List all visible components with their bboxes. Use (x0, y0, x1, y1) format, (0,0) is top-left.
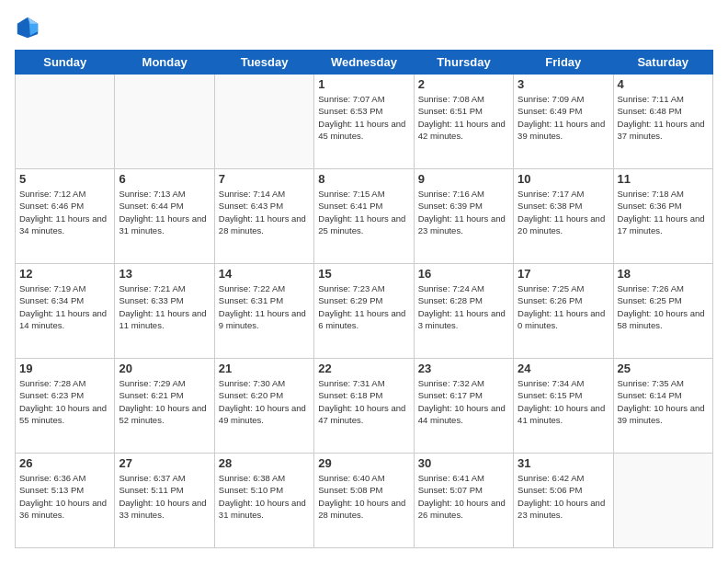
day-info: Sunrise: 6:36 AM Sunset: 5:13 PM Dayligh… (19, 472, 110, 521)
day-number: 20 (119, 362, 210, 375)
day-info: Sunrise: 6:41 AM Sunset: 5:07 PM Dayligh… (418, 472, 509, 521)
calendar-table: SundayMondayTuesdayWednesdayThursdayFrid… (15, 50, 713, 548)
weekday-header-monday: Monday (115, 51, 214, 75)
day-info: Sunrise: 7:08 AM Sunset: 6:51 PM Dayligh… (418, 93, 509, 142)
calendar-cell: 13Sunrise: 7:21 AM Sunset: 6:33 PM Dayli… (115, 264, 214, 359)
calendar-cell: 26Sunrise: 6:36 AM Sunset: 5:13 PM Dayli… (16, 454, 115, 548)
day-number: 8 (318, 172, 409, 186)
day-info: Sunrise: 7:25 AM Sunset: 6:26 PM Dayligh… (518, 282, 609, 331)
day-info: Sunrise: 7:26 AM Sunset: 6:25 PM Dayligh… (618, 282, 709, 331)
day-info: Sunrise: 7:23 AM Sunset: 6:29 PM Dayligh… (318, 282, 409, 331)
week-row-2: 12Sunrise: 7:19 AM Sunset: 6:34 PM Dayli… (16, 264, 713, 359)
day-info: Sunrise: 7:17 AM Sunset: 6:38 PM Dayligh… (518, 188, 609, 236)
weekday-header-sunday: Sunday (16, 51, 115, 75)
calendar-cell: 25Sunrise: 7:35 AM Sunset: 6:14 PM Dayli… (613, 359, 712, 454)
day-info: Sunrise: 7:18 AM Sunset: 6:36 PM Dayligh… (618, 188, 709, 236)
calendar-cell: 9Sunrise: 7:16 AM Sunset: 6:39 PM Daylig… (414, 169, 513, 264)
day-info: Sunrise: 7:32 AM Sunset: 6:17 PM Dayligh… (418, 377, 509, 426)
day-info: Sunrise: 7:28 AM Sunset: 6:23 PM Dayligh… (19, 377, 110, 426)
day-info: Sunrise: 7:35 AM Sunset: 6:14 PM Dayligh… (618, 377, 709, 426)
day-info: Sunrise: 6:42 AM Sunset: 5:06 PM Dayligh… (518, 472, 609, 521)
day-number: 3 (518, 77, 609, 91)
calendar-cell: 2Sunrise: 7:08 AM Sunset: 6:51 PM Daylig… (414, 75, 513, 169)
calendar-cell: 31Sunrise: 6:42 AM Sunset: 5:06 PM Dayli… (514, 454, 613, 548)
day-number: 24 (518, 362, 609, 375)
day-info: Sunrise: 7:22 AM Sunset: 6:31 PM Dayligh… (219, 282, 310, 331)
calendar-cell: 22Sunrise: 7:31 AM Sunset: 6:18 PM Dayli… (314, 359, 414, 454)
day-info: Sunrise: 7:21 AM Sunset: 6:33 PM Dayligh… (119, 282, 210, 331)
day-number: 27 (119, 456, 210, 470)
page: SundayMondayTuesdayWednesdayThursdayFrid… (0, 0, 728, 563)
calendar-cell: 8Sunrise: 7:15 AM Sunset: 6:41 PM Daylig… (314, 169, 414, 264)
day-info: Sunrise: 7:34 AM Sunset: 6:15 PM Dayligh… (518, 377, 609, 426)
day-number: 11 (618, 172, 709, 186)
day-number: 19 (19, 362, 110, 375)
calendar-cell: 3Sunrise: 7:09 AM Sunset: 6:49 PM Daylig… (514, 75, 613, 169)
day-number: 5 (19, 172, 110, 186)
calendar-cell: 17Sunrise: 7:25 AM Sunset: 6:26 PM Dayli… (514, 264, 613, 359)
calendar-cell: 20Sunrise: 7:29 AM Sunset: 6:21 PM Dayli… (115, 359, 214, 454)
calendar-cell (16, 75, 115, 169)
calendar-cell: 6Sunrise: 7:13 AM Sunset: 6:44 PM Daylig… (115, 169, 214, 264)
calendar-cell: 24Sunrise: 7:34 AM Sunset: 6:15 PM Dayli… (514, 359, 613, 454)
day-info: Sunrise: 6:38 AM Sunset: 5:10 PM Dayligh… (219, 472, 310, 521)
day-info: Sunrise: 7:09 AM Sunset: 6:49 PM Dayligh… (518, 93, 609, 142)
day-number: 29 (318, 456, 409, 470)
day-info: Sunrise: 7:24 AM Sunset: 6:28 PM Dayligh… (418, 282, 509, 331)
week-row-4: 26Sunrise: 6:36 AM Sunset: 5:13 PM Dayli… (16, 454, 713, 548)
day-info: Sunrise: 7:31 AM Sunset: 6:18 PM Dayligh… (318, 377, 409, 426)
calendar-cell: 10Sunrise: 7:17 AM Sunset: 6:38 PM Dayli… (514, 169, 613, 264)
calendar-cell: 21Sunrise: 7:30 AM Sunset: 6:20 PM Dayli… (214, 359, 313, 454)
week-row-3: 19Sunrise: 7:28 AM Sunset: 6:23 PM Dayli… (16, 359, 713, 454)
day-number: 25 (618, 362, 709, 375)
weekday-header-saturday: Saturday (613, 51, 712, 75)
calendar-cell: 5Sunrise: 7:12 AM Sunset: 6:46 PM Daylig… (16, 169, 115, 264)
day-number: 18 (618, 267, 709, 281)
day-number: 30 (418, 456, 509, 470)
day-number: 22 (318, 362, 409, 375)
day-number: 15 (318, 267, 409, 281)
day-info: Sunrise: 7:12 AM Sunset: 6:46 PM Dayligh… (19, 188, 110, 236)
day-info: Sunrise: 6:37 AM Sunset: 5:11 PM Dayligh… (119, 472, 210, 521)
calendar-cell: 16Sunrise: 7:24 AM Sunset: 6:28 PM Dayli… (414, 264, 513, 359)
day-number: 9 (418, 172, 509, 186)
calendar-cell: 4Sunrise: 7:11 AM Sunset: 6:48 PM Daylig… (613, 75, 712, 169)
day-info: Sunrise: 7:29 AM Sunset: 6:21 PM Dayligh… (119, 377, 210, 426)
weekday-header-thursday: Thursday (414, 51, 513, 75)
calendar-cell: 29Sunrise: 6:40 AM Sunset: 5:08 PM Dayli… (314, 454, 414, 548)
day-info: Sunrise: 7:15 AM Sunset: 6:41 PM Dayligh… (318, 188, 409, 236)
day-number: 17 (518, 267, 609, 281)
calendar-cell: 15Sunrise: 7:23 AM Sunset: 6:29 PM Dayli… (314, 264, 414, 359)
day-number: 1 (318, 77, 409, 91)
day-info: Sunrise: 7:11 AM Sunset: 6:48 PM Dayligh… (618, 93, 709, 142)
calendar-cell: 19Sunrise: 7:28 AM Sunset: 6:23 PM Dayli… (16, 359, 115, 454)
day-number: 12 (19, 267, 110, 281)
day-info: Sunrise: 7:30 AM Sunset: 6:20 PM Dayligh… (219, 377, 310, 426)
weekday-header-row: SundayMondayTuesdayWednesdayThursdayFrid… (16, 51, 713, 75)
day-info: Sunrise: 7:13 AM Sunset: 6:44 PM Dayligh… (119, 188, 210, 236)
calendar-cell: 12Sunrise: 7:19 AM Sunset: 6:34 PM Dayli… (16, 264, 115, 359)
day-info: Sunrise: 7:16 AM Sunset: 6:39 PM Dayligh… (418, 188, 509, 236)
day-number: 7 (219, 172, 310, 186)
calendar-cell: 14Sunrise: 7:22 AM Sunset: 6:31 PM Dayli… (214, 264, 313, 359)
day-number: 31 (518, 456, 609, 470)
day-number: 10 (518, 172, 609, 186)
weekday-header-tuesday: Tuesday (214, 51, 313, 75)
day-number: 6 (119, 172, 210, 186)
day-info: Sunrise: 7:14 AM Sunset: 6:43 PM Dayligh… (219, 188, 310, 236)
calendar-cell: 23Sunrise: 7:32 AM Sunset: 6:17 PM Dayli… (414, 359, 513, 454)
day-number: 23 (418, 362, 509, 375)
weekday-header-friday: Friday (514, 51, 613, 75)
calendar-cell: 27Sunrise: 6:37 AM Sunset: 5:11 PM Dayli… (115, 454, 214, 548)
day-info: Sunrise: 7:07 AM Sunset: 6:53 PM Dayligh… (318, 93, 409, 142)
calendar-cell: 7Sunrise: 7:14 AM Sunset: 6:43 PM Daylig… (214, 169, 313, 264)
day-number: 13 (119, 267, 210, 281)
logo-icon (15, 15, 40, 40)
calendar-cell: 30Sunrise: 6:41 AM Sunset: 5:07 PM Dayli… (414, 454, 513, 548)
day-number: 21 (219, 362, 310, 375)
week-row-0: 1Sunrise: 7:07 AM Sunset: 6:53 PM Daylig… (16, 75, 713, 169)
day-number: 26 (19, 456, 110, 470)
day-number: 28 (219, 456, 310, 470)
calendar-cell: 28Sunrise: 6:38 AM Sunset: 5:10 PM Dayli… (214, 454, 313, 548)
day-number: 14 (219, 267, 310, 281)
